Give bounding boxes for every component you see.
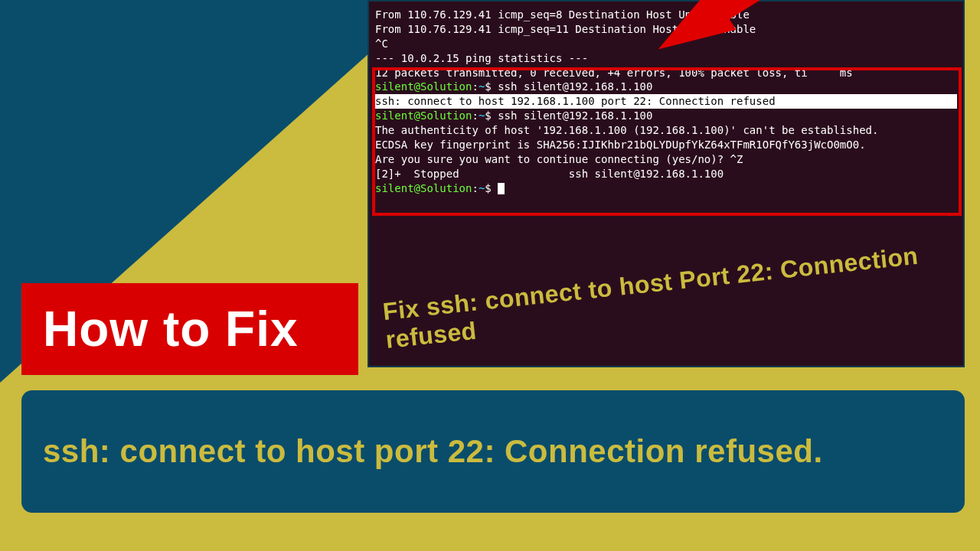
howto-label: How to Fix (43, 301, 299, 357)
terminal-cursor (498, 183, 505, 194)
subtitle-bar: ssh: connect to host port 22: Connection… (21, 390, 965, 513)
subtitle-text: ssh: connect to host port 22: Connection… (43, 433, 823, 470)
terminal-line: silent@Solution:~$ ssh silent@192.168.1.… (375, 109, 957, 123)
terminal-line: The authenticity of host '192.168.1.100 … (375, 123, 957, 138)
terminal-line: [2]+ Stopped ssh silent@192.168.1.100 (375, 167, 957, 181)
howto-badge: How to Fix (21, 283, 358, 375)
terminal-line: ECDSA key fingerprint is SHA256:IJIKhbr2… (375, 138, 957, 152)
terminal-line: Are you sure you want to continue connec… (375, 152, 957, 167)
terminal-line: silent@Solution:~$ ssh silent@192.168.1.… (375, 80, 957, 94)
terminal-line: 12 packets transmitted, 0 received, +4 e… (375, 66, 957, 80)
terminal-line: ssh: connect to host 192.168.1.100 port … (375, 94, 957, 109)
terminal-line: silent@Solution:~$ (375, 181, 957, 196)
